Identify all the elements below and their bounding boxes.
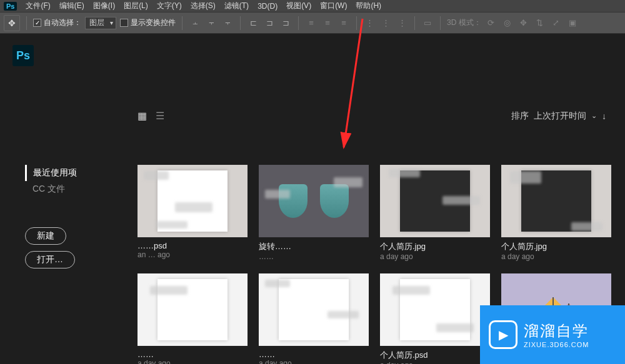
- menu-image[interactable]: 图像(I): [89, 0, 119, 12]
- card-time: ……: [259, 252, 369, 261]
- thumbnail: [138, 273, 248, 346]
- 3d-mode-label: 3D 模式：: [447, 17, 481, 28]
- distribute-vcenter-icon[interactable]: ≡: [321, 17, 334, 29]
- card-title: 旋转……: [259, 241, 369, 252]
- align-top-icon[interactable]: ⫠: [189, 17, 201, 29]
- divider: [356, 16, 357, 30]
- nav-cc-files[interactable]: CC 文件: [25, 181, 119, 197]
- menu-edit[interactable]: 编辑(E): [56, 0, 88, 12]
- menu-layer[interactable]: 图层(L): [120, 0, 152, 12]
- recent-card[interactable]: …… a day ago: [138, 273, 248, 364]
- recent-card[interactable]: ……psd an … ago: [138, 165, 248, 261]
- divider: [182, 16, 182, 30]
- divider: [414, 16, 415, 30]
- auto-select-checkbox[interactable]: ✓ 自动选择：: [33, 17, 81, 28]
- app-logo: Ps: [4, 2, 17, 11]
- divider: [240, 16, 241, 30]
- menu-help[interactable]: 帮助(H): [352, 0, 385, 12]
- 3d-slide-icon[interactable]: ⇅: [534, 17, 546, 29]
- menu-window[interactable]: 窗口(W): [316, 0, 351, 12]
- recent-card[interactable]: 个人简历.psd a day ago: [380, 273, 490, 364]
- thumbnail: [501, 165, 611, 237]
- 3d-orbit-icon[interactable]: ⟳: [485, 17, 498, 29]
- card-time: a day ago: [259, 359, 369, 364]
- auto-select-label: 自动选择：: [44, 17, 81, 28]
- recent-card[interactable]: 旋转…… ……: [259, 165, 369, 261]
- watermark-title: 溜溜自学: [524, 321, 589, 341]
- watermark: ▶ 溜溜自学 ZIXUE.3D66.COM: [480, 305, 625, 364]
- menu-type[interactable]: 文字(Y): [153, 0, 186, 12]
- distribute-bottom-icon[interactable]: ≡: [338, 17, 350, 29]
- thumbnail-art: [279, 279, 349, 341]
- distribute-left-icon[interactable]: ⋮: [363, 17, 376, 29]
- card-title: 个人简历.psd: [380, 350, 490, 361]
- checkbox-icon: [120, 19, 128, 27]
- chevron-down-icon[interactable]: ⌄: [591, 112, 597, 120]
- card-title: ……psd: [138, 241, 248, 250]
- grid-toolbar: ▦ ☰ 排序 上次打开时间 ⌄ ↓: [138, 110, 606, 122]
- play-icon: ▶: [489, 320, 518, 349]
- sort-select[interactable]: 上次打开时间: [534, 111, 586, 122]
- card-title: ……: [259, 350, 369, 359]
- recent-card[interactable]: 个人简历.jpg a day ago: [380, 165, 490, 261]
- recent-card[interactable]: 个人简历.jpg a day ago: [501, 165, 611, 261]
- nav-recent[interactable]: 最近使用项: [25, 165, 119, 181]
- card-title: 个人简历.jpg: [380, 241, 490, 252]
- menu-filter[interactable]: 滤镜(T): [221, 0, 252, 12]
- 3d-scale-icon[interactable]: ⤢: [550, 17, 562, 29]
- align-bottom-icon[interactable]: ⫟: [221, 17, 234, 29]
- card-title: 个人简历.jpg: [501, 241, 611, 252]
- align-hcenter-icon[interactable]: ⊐: [263, 17, 276, 29]
- recent-card[interactable]: …… a day ago: [259, 273, 369, 364]
- sort-label: 排序: [511, 111, 529, 122]
- list-view-icon[interactable]: ☰: [156, 110, 164, 122]
- auto-align-icon[interactable]: ▭: [421, 17, 434, 29]
- menu-3d[interactable]: 3D(D): [254, 1, 281, 12]
- menu-select[interactable]: 选择(S): [187, 0, 219, 12]
- thumbnail-view-icon[interactable]: ▦: [138, 110, 147, 122]
- menu-file[interactable]: 文件(F): [22, 0, 54, 12]
- checkbox-icon: ✓: [33, 19, 41, 27]
- 3d-pan-icon[interactable]: ✥: [518, 17, 530, 29]
- home-app-logo: Ps: [12, 45, 34, 66]
- distribute-hcenter-icon[interactable]: ⋮: [379, 17, 392, 29]
- sort-direction-icon[interactable]: ↓: [602, 111, 606, 121]
- distribute-top-icon[interactable]: ≡: [305, 17, 318, 29]
- distribute-right-icon[interactable]: ⋮: [396, 17, 408, 29]
- watermark-url: ZIXUE.3D66.COM: [524, 341, 589, 348]
- new-button[interactable]: 新建: [25, 227, 66, 245]
- card-time: a day ago: [138, 359, 248, 364]
- options-bar: ✥ ✓ 自动选择： 图层 显示变换控件 ⫠ ⫟ ⫟ ⊏ ⊐ ⊐ ≡ ≡ ≡ ⋮ …: [0, 12, 625, 34]
- thumbnail: [380, 273, 490, 346]
- divider: [298, 16, 299, 30]
- thumbnail: [138, 165, 248, 237]
- divider: [26, 16, 27, 30]
- align-right-icon[interactable]: ⊐: [279, 17, 292, 29]
- thumbnail: [259, 273, 369, 346]
- menu-view[interactable]: 视图(V): [282, 0, 315, 12]
- divider: [440, 16, 441, 30]
- layer-select[interactable]: 图层: [85, 17, 116, 29]
- 3d-camera-icon[interactable]: ▣: [566, 17, 579, 29]
- show-transform-label: 显示变换控件: [131, 17, 176, 28]
- move-tool-icon[interactable]: ✥: [4, 15, 20, 31]
- thumbnail: [259, 165, 369, 237]
- align-left-icon[interactable]: ⊏: [247, 17, 259, 29]
- align-vcenter-icon[interactable]: ⫟: [205, 17, 218, 29]
- start-sidebar: 最近使用项 CC 文件 新建 打开…: [25, 165, 119, 268]
- layer-select-value: 图层: [89, 17, 104, 28]
- card-title: ……: [138, 350, 248, 359]
- card-time: an … ago: [138, 250, 248, 259]
- card-time: a day ago: [380, 252, 490, 261]
- menubar: Ps 文件(F) 编辑(E) 图像(I) 图层(L) 文字(Y) 选择(S) 滤…: [0, 0, 625, 12]
- show-transform-checkbox[interactable]: 显示变换控件: [120, 17, 176, 28]
- thumbnail: [380, 165, 490, 237]
- card-time: a day ago: [380, 361, 490, 364]
- card-time: a day ago: [501, 252, 611, 261]
- 3d-roll-icon[interactable]: ◎: [501, 17, 514, 29]
- open-button[interactable]: 打开…: [25, 251, 75, 268]
